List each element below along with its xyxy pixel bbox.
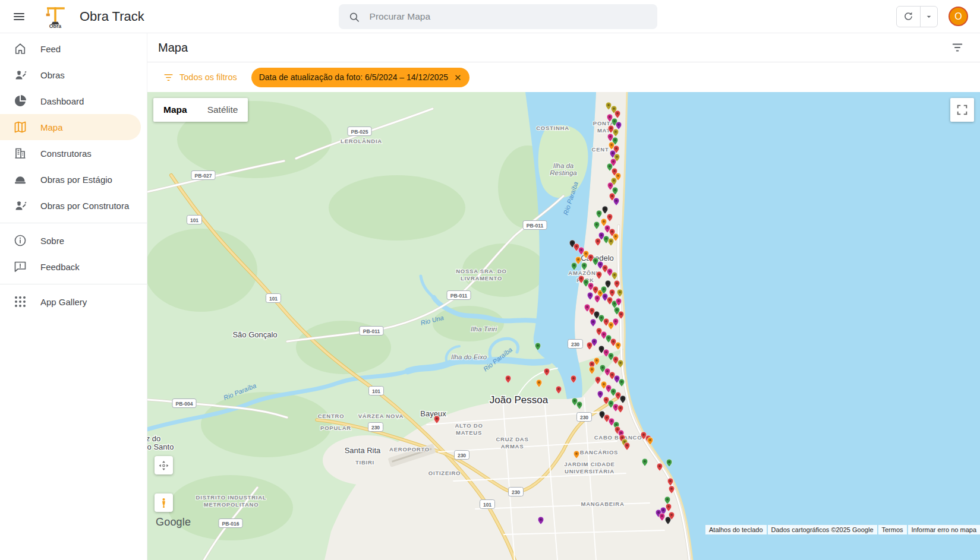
keyboard-shortcuts-link[interactable]: Atalhos do teclado — [705, 525, 767, 534]
worker-icon — [13, 198, 27, 213]
map-container[interactable]: PB-025PB-027101PB-011101PB-011PB-0112301… — [147, 92, 980, 560]
map-label: MANGABEIRA — [581, 501, 624, 507]
road-badge: PB-016 — [219, 519, 242, 528]
sidebar-item-mapa[interactable]: Mapa — [0, 114, 141, 140]
svg-text:PB-027: PB-027 — [195, 173, 212, 179]
sidebar-item-label: Feed — [40, 44, 61, 54]
topbar: Obra Obra Track O — [0, 0, 980, 33]
svg-text:101: 101 — [483, 502, 491, 508]
map-label: LEROLÂNDIA — [341, 138, 382, 144]
road-badge: 101 — [266, 294, 281, 303]
road-badge: PB-011 — [360, 327, 383, 336]
worker-icon — [13, 68, 27, 82]
svg-text:230: 230 — [458, 453, 466, 458]
sidebar-item-label: Mapa — [40, 122, 63, 132]
pie-chart-icon — [13, 94, 27, 108]
sidebar-item-obras[interactable]: Obras — [0, 62, 141, 88]
sync-button-group — [896, 6, 938, 27]
pan-arrows-icon — [158, 460, 169, 472]
road-badge: 230 — [577, 413, 592, 422]
page-title: Mapa — [158, 41, 188, 55]
map-label: COSTINHA — [536, 125, 569, 131]
hamburger-menu-button[interactable] — [7, 5, 31, 29]
sidebar-item-sobre[interactable]: Sobre — [0, 227, 141, 254]
all-filters-label: Todos os filtros — [179, 72, 237, 82]
hard-hat-icon — [13, 172, 27, 186]
svg-text:PB-016: PB-016 — [222, 521, 240, 527]
chip-close-icon[interactable]: ✕ — [454, 73, 462, 82]
map-type-control: Mapa Satélite — [153, 98, 248, 122]
pegman-icon — [158, 497, 169, 509]
refresh-options-button[interactable] — [921, 7, 937, 27]
map-label: Bayeux — [420, 409, 446, 418]
map-attribution: Atalhos do teclado Dados cartográficos ©… — [705, 525, 980, 534]
svg-text:PB-011: PB-011 — [363, 328, 380, 334]
map-label: NOSSA SRA. DO — [456, 268, 507, 274]
svg-text:101: 101 — [372, 388, 380, 394]
sidebar-item-feedback[interactable]: Feedback — [0, 254, 141, 280]
road-badge: 101 — [369, 387, 384, 396]
map-label: UNIVERSITÁRIA — [565, 468, 615, 474]
sidebar-item-label: Obras por Estágio — [40, 175, 112, 185]
date-filter-chip[interactable]: Data de atualização da foto: 6/5/2024 – … — [251, 68, 469, 87]
map-label: Restinga — [550, 169, 576, 176]
map-label: o Santo — [147, 442, 174, 451]
sidebar-divider — [0, 223, 147, 223]
sidebar-item-label: App Gallery — [40, 297, 87, 307]
topbar-actions: O — [896, 6, 973, 27]
fullscreen-button[interactable] — [950, 98, 974, 122]
map-label: ARMAS — [501, 443, 524, 450]
map-label: LIVRAMENTO — [461, 275, 502, 281]
sidebar-item-label: Obras por Construtora — [40, 201, 129, 211]
sidebar-item-obras-por-estagio[interactable]: Obras por Estágio — [0, 166, 141, 192]
pan-control-button[interactable] — [155, 456, 173, 474]
map-canvas[interactable]: PB-025PB-027101PB-011101PB-011PB-0112301… — [147, 92, 980, 560]
main-content: Mapa Todos os filtros Data de atualizaçã… — [147, 33, 980, 560]
map-label: z do — [147, 434, 160, 443]
sidebar-item-construtoras[interactable]: Construtoras — [0, 140, 141, 166]
map-label: TIBIRI — [355, 459, 374, 466]
feedback-icon — [13, 260, 27, 274]
sidebar-item-app-gallery[interactable]: App Gallery — [0, 289, 141, 315]
avatar[interactable]: O — [949, 7, 968, 26]
sidebar-item-feed[interactable]: Feed — [0, 36, 141, 62]
svg-text:230: 230 — [571, 341, 579, 347]
svg-text:101: 101 — [269, 296, 278, 302]
map-type-satellite-button[interactable]: Satélite — [197, 98, 248, 122]
filter-button[interactable] — [946, 36, 969, 59]
road-badge: 230 — [455, 451, 469, 460]
report-map-error-link[interactable]: Informar erro no mapa — [908, 525, 980, 534]
svg-text:PB-011: PB-011 — [527, 223, 544, 229]
obra-track-crane-logo: Obra — [43, 3, 68, 30]
home-icon — [13, 42, 27, 56]
sidebar-item-dashboard[interactable]: Dashboard — [0, 88, 141, 114]
refresh-button[interactable] — [897, 7, 921, 27]
map-label: CABO BRANCO — [594, 434, 642, 441]
map-label: MATEUS — [456, 429, 482, 436]
google-logo[interactable]: Google — [156, 516, 191, 529]
sidebar-item-obras-por-construtora[interactable]: Obras por Construtora — [0, 192, 141, 219]
page-header: Mapa — [147, 33, 980, 62]
map-label: BANCÁRIOS — [580, 449, 618, 455]
search-bar — [339, 4, 657, 29]
svg-text:PB-025: PB-025 — [351, 129, 368, 135]
building-icon — [13, 146, 27, 160]
map-type-map-button[interactable]: Mapa — [153, 98, 197, 122]
search-input[interactable] — [368, 11, 648, 23]
terms-link[interactable]: Termos — [878, 525, 907, 534]
hamburger-icon — [12, 10, 26, 24]
sidebar-item-label: Feedback — [40, 262, 80, 272]
info-icon — [13, 233, 27, 248]
map-label: CRUZ DAS — [496, 436, 528, 442]
logo-text: Obra — [49, 23, 62, 29]
map-label: JARDIM CIDADE — [564, 461, 615, 467]
map-label: João Pessoa — [490, 394, 549, 406]
street-view-pegman-button[interactable] — [155, 493, 173, 512]
sidebar: Feed Obras Dashboard Mapa Construtoras O… — [0, 33, 147, 560]
all-filters-button[interactable]: Todos os filtros — [159, 71, 241, 84]
svg-text:230: 230 — [512, 489, 520, 495]
road-badge: PB-027 — [191, 171, 215, 180]
map-label: CENT — [592, 146, 609, 153]
filter-list-icon — [163, 72, 174, 83]
filter-bar: Todos os filtros Data de atualização da … — [147, 62, 980, 92]
